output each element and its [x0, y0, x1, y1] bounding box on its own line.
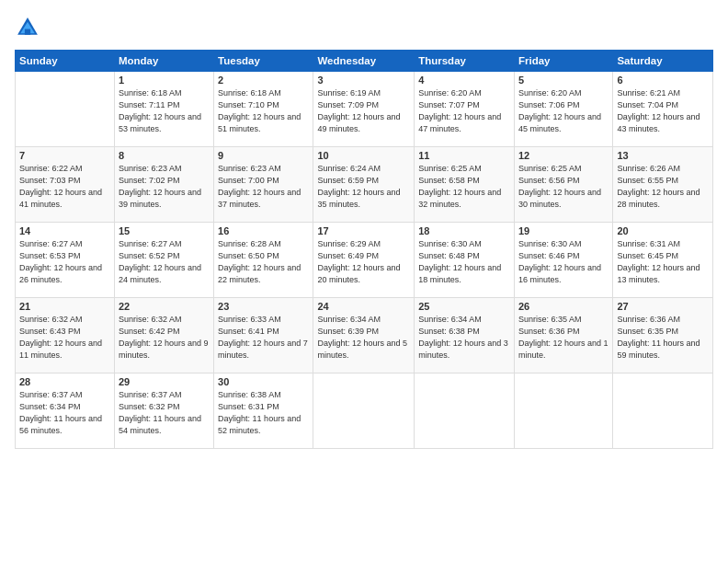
day-number: 11: [418, 150, 510, 161]
calendar-cell: 1Sunrise: 6:18 AM Sunset: 7:11 PM Daylig…: [114, 72, 213, 147]
calendar-cell: 29Sunrise: 6:37 AM Sunset: 6:32 PM Dayli…: [114, 373, 213, 449]
calendar-cell: 30Sunrise: 6:38 AM Sunset: 6:31 PM Dayli…: [214, 373, 313, 449]
calendar-cell: 9Sunrise: 6:23 AM Sunset: 7:00 PM Daylig…: [214, 147, 313, 223]
day-info: Sunrise: 6:38 AM Sunset: 6:31 PM Dayligh…: [218, 389, 309, 437]
day-info: Sunrise: 6:36 AM Sunset: 6:35 PM Dayligh…: [617, 314, 709, 362]
day-number: 4: [418, 75, 510, 86]
calendar-cell: 8Sunrise: 6:23 AM Sunset: 7:02 PM Daylig…: [114, 147, 213, 223]
day-info: Sunrise: 6:33 AM Sunset: 6:41 PM Dayligh…: [218, 314, 309, 362]
calendar-cell: 13Sunrise: 6:26 AM Sunset: 6:55 PM Dayli…: [613, 147, 713, 223]
day-info: Sunrise: 6:27 AM Sunset: 6:52 PM Dayligh…: [119, 238, 210, 286]
calendar-cell: 18Sunrise: 6:30 AM Sunset: 6:48 PM Dayli…: [415, 223, 515, 298]
day-number: 14: [19, 225, 110, 236]
day-info: Sunrise: 6:28 AM Sunset: 6:50 PM Dayligh…: [218, 238, 309, 286]
day-number: 25: [418, 301, 510, 312]
day-number: 22: [119, 301, 210, 312]
day-info: Sunrise: 6:19 AM Sunset: 7:09 PM Dayligh…: [317, 87, 410, 135]
calendar-cell: 4Sunrise: 6:20 AM Sunset: 7:07 PM Daylig…: [415, 72, 515, 147]
day-number: 7: [19, 150, 110, 161]
calendar-cell: 10Sunrise: 6:24 AM Sunset: 6:59 PM Dayli…: [313, 147, 415, 223]
calendar-cell: 7Sunrise: 6:22 AM Sunset: 7:03 PM Daylig…: [16, 147, 115, 223]
calendar-cell: 20Sunrise: 6:31 AM Sunset: 6:45 PM Dayli…: [613, 223, 713, 298]
day-number: 2: [218, 75, 309, 86]
calendar-cell: 28Sunrise: 6:37 AM Sunset: 6:34 PM Dayli…: [16, 373, 115, 449]
day-info: Sunrise: 6:23 AM Sunset: 7:00 PM Dayligh…: [218, 163, 309, 211]
calendar-cell: 14Sunrise: 6:27 AM Sunset: 6:53 PM Dayli…: [16, 223, 115, 298]
calendar-cell: 16Sunrise: 6:28 AM Sunset: 6:50 PM Dayli…: [214, 223, 313, 298]
day-info: Sunrise: 6:35 AM Sunset: 6:36 PM Dayligh…: [518, 314, 609, 362]
day-number: 21: [19, 301, 110, 312]
day-number: 5: [518, 75, 609, 86]
weekday-header-monday: Monday: [114, 51, 213, 72]
calendar-cell: 27Sunrise: 6:36 AM Sunset: 6:35 PM Dayli…: [613, 298, 713, 373]
calendar-cell: 3Sunrise: 6:19 AM Sunset: 7:09 PM Daylig…: [313, 72, 415, 147]
day-number: 23: [218, 301, 309, 312]
day-number: 27: [617, 301, 709, 312]
day-number: 8: [119, 150, 210, 161]
day-info: Sunrise: 6:34 AM Sunset: 6:39 PM Dayligh…: [317, 314, 410, 362]
calendar-cell: 24Sunrise: 6:34 AM Sunset: 6:39 PM Dayli…: [313, 298, 415, 373]
svg-rect-2: [25, 29, 30, 35]
day-info: Sunrise: 6:32 AM Sunset: 6:42 PM Dayligh…: [119, 314, 210, 362]
day-number: 26: [518, 301, 609, 312]
day-number: 3: [317, 75, 410, 86]
week-row-1: 1Sunrise: 6:18 AM Sunset: 7:11 PM Daylig…: [16, 72, 713, 147]
day-info: Sunrise: 6:29 AM Sunset: 6:49 PM Dayligh…: [317, 238, 410, 286]
day-number: 28: [19, 376, 110, 387]
calendar-cell: [313, 373, 415, 449]
calendar-cell: [16, 72, 115, 147]
day-info: Sunrise: 6:27 AM Sunset: 6:53 PM Dayligh…: [19, 238, 110, 286]
calendar-cell: 11Sunrise: 6:25 AM Sunset: 6:58 PM Dayli…: [415, 147, 515, 223]
day-info: Sunrise: 6:25 AM Sunset: 6:56 PM Dayligh…: [518, 163, 609, 211]
calendar-cell: 25Sunrise: 6:34 AM Sunset: 6:38 PM Dayli…: [415, 298, 515, 373]
page: SundayMondayTuesdayWednesdayThursdayFrid…: [0, 0, 728, 563]
calendar-cell: 21Sunrise: 6:32 AM Sunset: 6:43 PM Dayli…: [16, 298, 115, 373]
calendar-cell: 5Sunrise: 6:20 AM Sunset: 7:06 PM Daylig…: [514, 72, 612, 147]
day-info: Sunrise: 6:18 AM Sunset: 7:10 PM Dayligh…: [218, 87, 309, 135]
weekday-header-sunday: Sunday: [16, 51, 115, 72]
day-info: Sunrise: 6:30 AM Sunset: 6:48 PM Dayligh…: [418, 238, 510, 286]
calendar-cell: 6Sunrise: 6:21 AM Sunset: 7:04 PM Daylig…: [613, 72, 713, 147]
day-number: 19: [518, 225, 609, 236]
calendar-cell: 19Sunrise: 6:30 AM Sunset: 6:46 PM Dayli…: [514, 223, 612, 298]
day-info: Sunrise: 6:34 AM Sunset: 6:38 PM Dayligh…: [418, 314, 510, 362]
weekday-header-friday: Friday: [514, 51, 612, 72]
calendar-cell: 22Sunrise: 6:32 AM Sunset: 6:42 PM Dayli…: [114, 298, 213, 373]
calendar-cell: [613, 373, 713, 449]
calendar-cell: 26Sunrise: 6:35 AM Sunset: 6:36 PM Dayli…: [514, 298, 612, 373]
day-number: 10: [317, 150, 410, 161]
day-info: Sunrise: 6:25 AM Sunset: 6:58 PM Dayligh…: [418, 163, 510, 211]
weekday-header-tuesday: Tuesday: [214, 51, 313, 72]
logo: [15, 15, 44, 40]
weekday-header-wednesday: Wednesday: [313, 51, 415, 72]
calendar-cell: 12Sunrise: 6:25 AM Sunset: 6:56 PM Dayli…: [514, 147, 612, 223]
day-info: Sunrise: 6:20 AM Sunset: 7:06 PM Dayligh…: [518, 87, 609, 135]
day-number: 30: [218, 376, 309, 387]
calendar-cell: 17Sunrise: 6:29 AM Sunset: 6:49 PM Dayli…: [313, 223, 415, 298]
day-info: Sunrise: 6:22 AM Sunset: 7:03 PM Dayligh…: [19, 163, 110, 211]
day-info: Sunrise: 6:32 AM Sunset: 6:43 PM Dayligh…: [19, 314, 110, 362]
week-row-2: 7Sunrise: 6:22 AM Sunset: 7:03 PM Daylig…: [16, 147, 713, 223]
weekday-header-thursday: Thursday: [415, 51, 515, 72]
day-number: 12: [518, 150, 609, 161]
day-number: 1: [119, 75, 210, 86]
day-number: 13: [617, 150, 709, 161]
day-info: Sunrise: 6:37 AM Sunset: 6:34 PM Dayligh…: [19, 389, 110, 437]
day-info: Sunrise: 6:37 AM Sunset: 6:32 PM Dayligh…: [119, 389, 210, 437]
weekday-header-row: SundayMondayTuesdayWednesdayThursdayFrid…: [16, 51, 713, 72]
day-number: 16: [218, 225, 309, 236]
day-info: Sunrise: 6:30 AM Sunset: 6:46 PM Dayligh…: [518, 238, 609, 286]
calendar-cell: 23Sunrise: 6:33 AM Sunset: 6:41 PM Dayli…: [214, 298, 313, 373]
week-row-4: 21Sunrise: 6:32 AM Sunset: 6:43 PM Dayli…: [16, 298, 713, 373]
calendar-cell: [415, 373, 515, 449]
day-info: Sunrise: 6:23 AM Sunset: 7:02 PM Dayligh…: [119, 163, 210, 211]
calendar-cell: [514, 373, 612, 449]
calendar-table: SundayMondayTuesdayWednesdayThursdayFrid…: [15, 50, 713, 449]
calendar-cell: 15Sunrise: 6:27 AM Sunset: 6:52 PM Dayli…: [114, 223, 213, 298]
day-number: 18: [418, 225, 510, 236]
day-info: Sunrise: 6:18 AM Sunset: 7:11 PM Dayligh…: [119, 87, 210, 135]
week-row-3: 14Sunrise: 6:27 AM Sunset: 6:53 PM Dayli…: [16, 223, 713, 298]
day-number: 24: [317, 301, 410, 312]
day-number: 6: [617, 75, 709, 86]
header: [15, 15, 713, 40]
